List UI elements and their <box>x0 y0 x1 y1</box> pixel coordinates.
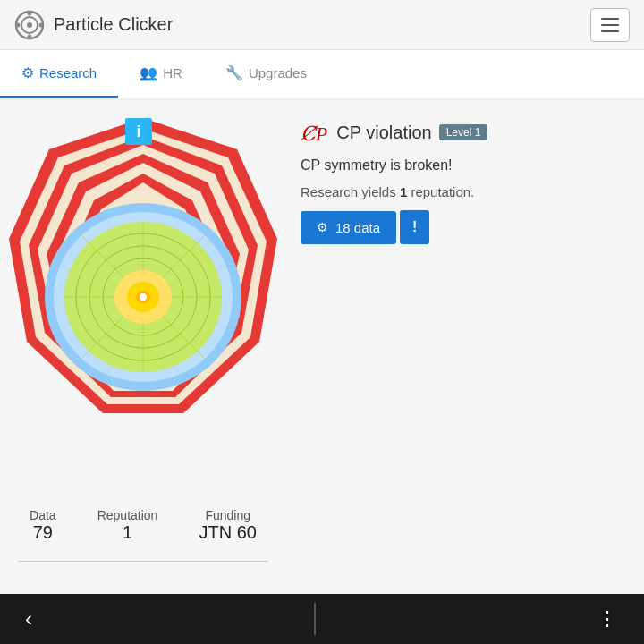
data-button-label: 18 data <box>335 220 380 235</box>
right-panel: C̸P CP violation Level 1 CP symmetry is … <box>286 100 644 644</box>
hamburger-line-3 <box>601 30 619 32</box>
top-bar: Particle Clicker <box>0 0 644 50</box>
item-title: CP violation <box>336 123 431 143</box>
nav-divider <box>314 603 316 635</box>
particle-canvas[interactable]: i <box>9 109 277 494</box>
action-row: ⚙ 18 data ! <box>301 210 630 244</box>
rings-svg <box>9 109 277 485</box>
stat-data: Data 79 <box>30 508 56 543</box>
level-badge: Level 1 <box>439 124 488 140</box>
research-tab-icon: ⚙ <box>21 64 34 81</box>
stat-funding: Funding JTN 60 <box>199 508 256 543</box>
tab-upgrades[interactable]: 🔧 Upgrades <box>204 50 328 98</box>
left-panel: i <box>0 100 286 601</box>
main-content: i <box>0 100 644 644</box>
upgrades-tab-icon: 🔧 <box>225 64 243 81</box>
tab-hr-label: HR <box>163 65 182 80</box>
stat-reputation: Reputation 1 <box>97 508 158 543</box>
app-logo <box>14 10 45 40</box>
tab-hr[interactable]: 👥 HR <box>118 50 204 98</box>
bottom-bar: ‹ ⋮ <box>0 594 644 644</box>
stat-reputation-label: Reputation <box>97 508 158 522</box>
svg-point-3 <box>28 11 32 15</box>
gear-icon: ⚙ <box>317 220 328 234</box>
stats-row: Data 79 Reputation 1 Funding JTN 60 <box>9 508 277 543</box>
hamburger-line-2 <box>601 24 619 26</box>
svg-point-4 <box>28 34 32 38</box>
back-button[interactable]: ‹ <box>18 599 39 639</box>
cp-violation-icon: C̸P <box>301 118 327 147</box>
research-item-header: C̸P CP violation Level 1 <box>301 118 630 147</box>
item-description: CP symmetry is broken! <box>301 157 630 174</box>
stat-data-label: Data <box>30 508 56 522</box>
svg-point-2 <box>27 22 32 28</box>
yields-unit: reputation. <box>407 184 474 199</box>
app-title: Particle Clicker <box>54 14 173 35</box>
data-button[interactable]: ⚙ 18 data <box>301 211 396 244</box>
exclaim-button[interactable]: ! <box>400 210 429 244</box>
stat-funding-value: JTN 60 <box>199 522 256 543</box>
app-title-area: Particle Clicker <box>14 10 173 40</box>
divider-line <box>18 561 268 562</box>
hamburger-line-1 <box>601 18 619 20</box>
tab-bar: ⚙ Research 👥 HR 🔧 Upgrades <box>0 50 644 100</box>
tab-research-label: Research <box>39 65 97 80</box>
yields-value: 1 <box>400 184 407 199</box>
stat-reputation-value: 1 <box>123 522 132 543</box>
info-badge[interactable]: i <box>125 118 152 145</box>
item-yields: Research yields 1 reputation. <box>301 184 630 199</box>
stat-funding-label: Funding <box>205 508 250 522</box>
svg-point-5 <box>16 22 21 27</box>
item-title-area: CP violation Level 1 <box>336 123 487 143</box>
stat-data-value: 79 <box>33 522 53 543</box>
more-button[interactable]: ⋮ <box>590 600 626 638</box>
svg-point-28 <box>140 293 147 301</box>
menu-button[interactable] <box>590 8 630 42</box>
tab-upgrades-label: Upgrades <box>249 65 307 80</box>
hr-tab-icon: 👥 <box>140 64 157 81</box>
tab-research[interactable]: ⚙ Research <box>0 50 118 98</box>
svg-point-6 <box>39 22 44 27</box>
yields-text: Research yields <box>301 184 400 199</box>
